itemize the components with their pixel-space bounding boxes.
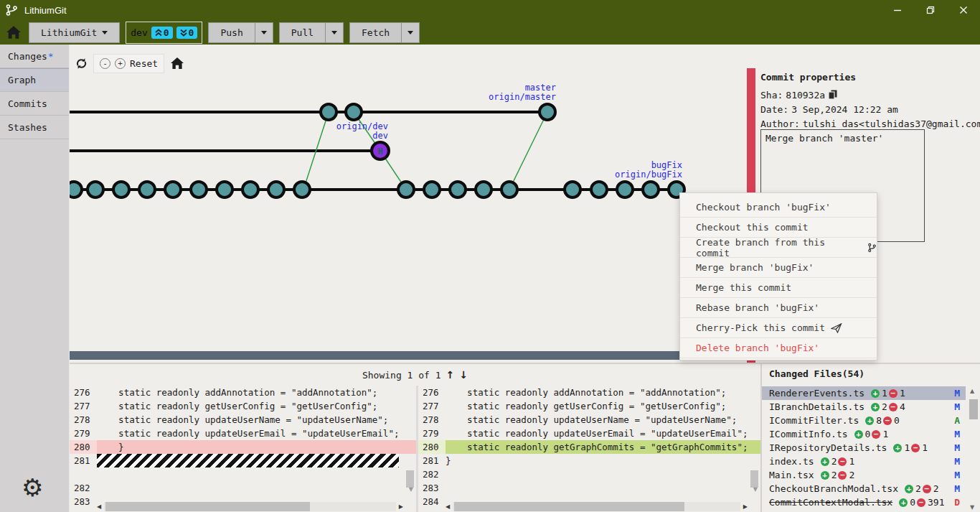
additions-icon: + — [865, 416, 874, 425]
head-letter: H — [377, 146, 382, 157]
new-pane-vertical-scrollbar[interactable] — [750, 470, 758, 488]
commit-node[interactable] — [643, 182, 659, 197]
diff-line: 277 static readonly getUserConfig = "get… — [418, 399, 760, 413]
scroll-up-icon[interactable]: ▲ — [970, 388, 974, 394]
changed-file-row[interactable]: ICommitFilter.ts+8−0A — [762, 414, 966, 427]
old-pane-vertical-scrollbar[interactable] — [406, 470, 414, 488]
menu-item[interactable]: Merge this commit — [680, 278, 877, 298]
scroll-left-icon[interactable]: ◀ — [446, 503, 450, 510]
minimize-button[interactable] — [881, 0, 914, 20]
commit-node[interactable] — [165, 182, 181, 197]
commit-node[interactable] — [113, 182, 129, 197]
commit-node[interactable] — [268, 182, 284, 197]
commits-behind-badge[interactable]: 0 — [176, 27, 198, 39]
menu-item[interactable]: Cherry-Pick this commit — [680, 318, 877, 338]
file-status-badge: M — [954, 388, 960, 399]
fetch-options-button[interactable] — [401, 23, 419, 42]
diff-section: Showing 1 of 1 ↑ ↓ 276 static readonly a… — [70, 363, 980, 512]
scroll-down-icon[interactable]: ▼ — [409, 486, 413, 493]
scroll-down-icon[interactable]: ▼ — [753, 486, 758, 493]
scroll-down-icon[interactable]: ▼ — [970, 504, 974, 511]
diff-pager: Showing 1 of 1 ↑ ↓ — [70, 364, 760, 386]
changed-file-row[interactable]: index.ts+2−1M — [762, 455, 966, 468]
pull-button[interactable]: Pull — [280, 23, 325, 42]
menu-item[interactable]: Rebase branch 'bugFix' — [680, 298, 877, 318]
restore-button[interactable] — [914, 0, 947, 20]
changed-file-row[interactable]: IBranchDetails.ts+2−4M — [762, 400, 966, 414]
file-status-badge: M — [954, 401, 960, 412]
new-pane-horizontal-scrollbar[interactable]: ◀ ▶ — [446, 501, 748, 511]
merge-line — [509, 112, 547, 190]
diff-line: 282 — [418, 467, 760, 481]
changed-file-row[interactable]: CommitContextModal.tsx+0−391D — [762, 495, 966, 509]
menu-item[interactable]: Create branch from this commit — [680, 238, 877, 258]
commit-sha-line: Sha: 810932a — [760, 88, 980, 102]
copy-icon[interactable] — [828, 90, 838, 100]
reset-zoom-button[interactable]: Reset — [130, 58, 158, 69]
sidebar-item-commits[interactable]: Commits — [0, 92, 69, 116]
commit-node[interactable] — [139, 182, 155, 197]
refresh-icon[interactable] — [75, 57, 88, 70]
commit-node[interactable] — [217, 182, 232, 197]
changed-files-scrollbar[interactable]: ▲ ▼ — [969, 388, 979, 511]
commit-node[interactable] — [424, 182, 440, 197]
commit-node[interactable] — [346, 104, 362, 120]
commit-node[interactable] — [617, 182, 633, 197]
diff-line: 279 static readonly updateUserEmail = "u… — [70, 427, 416, 440]
settings-gear-icon[interactable]: ⚙ — [22, 475, 43, 500]
changed-file-row[interactable]: CheckoutBranchModal.tsx+2−2M — [762, 482, 966, 495]
push-options-button[interactable] — [255, 23, 273, 42]
commit-graph-section: H - + Reset masterorigin/master origin/d… — [70, 45, 747, 363]
menu-item[interactable]: Checkout branch 'bugFix' — [680, 197, 877, 218]
commit-node[interactable] — [476, 182, 491, 197]
fetch-button[interactable]: Fetch — [350, 23, 401, 42]
menu-item[interactable]: Delete branch 'bugFix' — [680, 338, 877, 358]
commit-node[interactable] — [191, 182, 207, 197]
changed-file-row[interactable]: ICommitInfo.ts+0−1M — [762, 427, 966, 441]
home-icon[interactable] — [6, 25, 22, 39]
branch-label-bugfix[interactable]: bugFixorigin/bugFix — [615, 161, 682, 180]
commit-node[interactable] — [591, 182, 607, 197]
commit-node[interactable] — [540, 104, 555, 120]
commit-node[interactable] — [321, 104, 336, 120]
diff-line — [70, 467, 416, 481]
close-button[interactable] — [947, 0, 980, 20]
branch-label-master[interactable]: masterorigin/master — [489, 83, 556, 102]
commit-author-value: tulshi das<tulshidas37@gmail.com> — [803, 118, 980, 129]
branch-label-dev[interactable]: origin/devdev — [336, 122, 388, 141]
file-status-badge: M — [954, 429, 960, 439]
commit-node[interactable] — [70, 182, 82, 197]
send-icon — [831, 323, 842, 333]
scroll-left-icon[interactable]: ◀ — [97, 503, 101, 510]
commit-node[interactable] — [88, 182, 103, 197]
commit-node[interactable] — [398, 182, 414, 197]
scroll-right-icon[interactable]: ▶ — [399, 503, 403, 510]
commit-node[interactable] — [501, 182, 517, 197]
changed-file-row[interactable]: RendererEvents.ts+1−1M — [762, 386, 966, 400]
push-button[interactable]: Push — [209, 23, 254, 42]
sidebar-item-graph[interactable]: Graph — [0, 68, 69, 92]
graph-home-icon[interactable] — [170, 57, 184, 70]
commit-node[interactable] — [242, 182, 258, 197]
commits-ahead-badge[interactable]: 0 — [151, 27, 173, 39]
additions-icon: + — [905, 485, 913, 493]
menu-item[interactable]: Merge branch 'bugFix' — [680, 258, 877, 278]
context-menu: Checkout branch 'bugFix'Checkout this co… — [679, 192, 877, 360]
changed-file-row[interactable]: Main.tsx+2−2M — [762, 468, 966, 482]
sidebar-item-changes[interactable]: Changes* — [0, 45, 69, 68]
graph-horizontal-scrollbar[interactable] — [70, 351, 747, 360]
changed-file-row[interactable]: IRepositoryDetails.ts+1−1M — [762, 441, 966, 455]
commit-node[interactable] — [565, 182, 580, 197]
scroll-right-icon[interactable]: ▶ — [743, 503, 748, 510]
sidebar-item-stashes[interactable]: Stashes — [0, 116, 69, 139]
zoom-out-button[interactable]: - — [100, 58, 110, 69]
previous-change-icon[interactable]: ↑ — [446, 369, 455, 381]
commit-node[interactable] — [450, 182, 466, 197]
old-pane-horizontal-scrollbar[interactable]: ◀ ▶ — [97, 501, 403, 511]
repo-selector-button[interactable]: LithiumGit — [29, 22, 120, 43]
menu-item[interactable]: Checkout this commit — [680, 218, 877, 238]
next-change-icon[interactable]: ↓ — [459, 369, 468, 381]
commit-node[interactable] — [294, 182, 310, 197]
zoom-in-button[interactable]: + — [115, 58, 126, 69]
pull-options-button[interactable] — [325, 23, 343, 42]
